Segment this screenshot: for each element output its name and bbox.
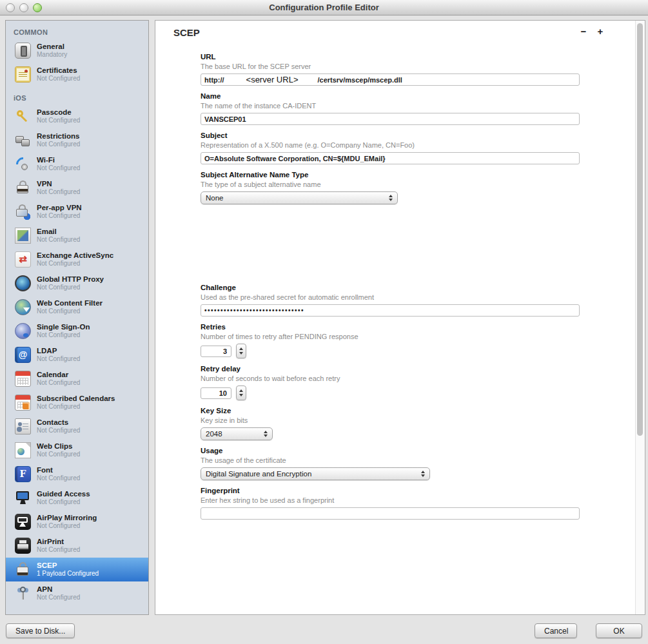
sidebar-item-email[interactable]: Email Not Configured bbox=[6, 224, 148, 248]
sidebar-item-web-clips[interactable]: Web Clips Not Configured bbox=[6, 438, 148, 462]
contact-card-icon bbox=[15, 418, 31, 434]
lock-globe-icon bbox=[15, 204, 31, 220]
key-size-field-group: Key Size Key size in bits 2048 bbox=[201, 407, 587, 440]
challenge-description: Used as the pre-shared secret for automa… bbox=[201, 293, 587, 302]
retries-description: Number of times to retry after PENDING r… bbox=[201, 333, 587, 341]
key-size-label: Key Size bbox=[201, 407, 587, 415]
fingerprint-input[interactable] bbox=[201, 507, 580, 520]
name-input[interactable] bbox=[201, 113, 580, 125]
sidebar-item-per-app-vpn[interactable]: Per-app VPN Not Configured bbox=[6, 200, 148, 224]
antenna-icon bbox=[15, 585, 31, 601]
sidebar-item-status: Not Configured bbox=[37, 164, 80, 172]
save-to-disk-button[interactable]: Save to Disk... bbox=[6, 623, 75, 638]
certificate-icon bbox=[15, 66, 31, 83]
sidebar-item-subscribed-calendars[interactable]: Subscribed Calendars Not Configured bbox=[6, 391, 148, 415]
sidebar-item-label: Single Sign-On bbox=[37, 323, 90, 332]
sidebar-item-status: Not Configured bbox=[37, 522, 97, 530]
scrollbar-thumb[interactable] bbox=[637, 23, 643, 436]
sidebar-item-label: Per-app VPN bbox=[37, 204, 82, 213]
retries-input[interactable] bbox=[201, 346, 231, 357]
sidebar-item-label: Passcode bbox=[37, 108, 80, 117]
sidebar-item-web-content-filter[interactable]: Web Content Filter Not Configured bbox=[6, 295, 148, 319]
subject-description: Representation of a X.500 name (e.g. O=C… bbox=[201, 141, 587, 150]
sidebar-item-single-sign-on[interactable]: Single Sign-On Not Configured bbox=[6, 319, 148, 343]
sidebar-item-contacts[interactable]: Contacts Not Configured bbox=[6, 415, 148, 438]
sidebar-item-restrictions[interactable]: Restrictions Not Configured bbox=[6, 128, 148, 152]
calendar-rss-icon bbox=[15, 395, 31, 411]
sidebar-item-global-http-proxy[interactable]: Global HTTP Proxy Not Configured bbox=[6, 271, 148, 295]
close-button[interactable] bbox=[6, 3, 15, 12]
sidebar-item-label: Font bbox=[37, 466, 80, 475]
sidebar-item-certificates[interactable]: Certificates Not Configured bbox=[6, 63, 148, 86]
san-type-description: The type of a subject alternative name bbox=[201, 181, 587, 189]
sidebar-item-font[interactable]: F Font Not Configured bbox=[6, 462, 148, 486]
challenge-input[interactable] bbox=[201, 304, 580, 317]
sidebar-item-status: Not Configured bbox=[37, 141, 80, 148]
sidebar-item-status: Not Configured bbox=[37, 379, 80, 387]
sidebar-item-label: General bbox=[37, 43, 67, 52]
sidebar-item-label: Exchange ActiveSync bbox=[37, 251, 113, 260]
sidebar-item-status: Not Configured bbox=[37, 284, 104, 291]
fingerprint-label: Fingerprint bbox=[201, 487, 587, 495]
cancel-button[interactable]: Cancel bbox=[535, 623, 577, 638]
sidebar-item-status: Not Configured bbox=[37, 546, 80, 554]
san-type-value: None bbox=[206, 194, 224, 202]
url-description: The base URL for the SCEP server bbox=[201, 63, 587, 71]
sidebar-item-airplay-mirroring[interactable]: AirPlay Mirroring Not Configured bbox=[6, 510, 148, 534]
sidebar-item-general[interactable]: General Mandatory bbox=[6, 39, 148, 63]
sidebar-item-passcode[interactable]: Passcode Not Configured bbox=[6, 104, 148, 128]
sidebar-item-ldap[interactable]: @ LDAP Not Configured bbox=[6, 343, 148, 367]
window-controls bbox=[6, 3, 42, 12]
url-prefix: http:// bbox=[204, 76, 224, 84]
san-type-select[interactable]: None bbox=[201, 191, 398, 204]
select-arrows-icon bbox=[389, 195, 393, 201]
remove-payload-button[interactable]: − bbox=[578, 26, 589, 37]
zoom-button[interactable] bbox=[33, 3, 42, 12]
scrollbar-track bbox=[635, 21, 645, 614]
subject-field-group: Subject Representation of a X.500 name (… bbox=[201, 132, 587, 164]
scep-form: URL The base URL for the SCEP server htt… bbox=[201, 53, 587, 526]
sidebar-item-label: AirPrint bbox=[37, 538, 80, 547]
key-icon bbox=[15, 108, 31, 124]
subject-input[interactable] bbox=[201, 152, 580, 164]
sidebar-item-exchange-activesync[interactable]: ⇄ Exchange ActiveSync Not Configured bbox=[6, 248, 148, 271]
scep-payload-panel: SCEP − + URL The base URL for the SCEP s… bbox=[155, 20, 645, 615]
sidebar-item-status: Not Configured bbox=[37, 117, 80, 124]
title-bar: Configuration Profile Editor bbox=[0, 0, 648, 15]
retries-label: Retries bbox=[201, 323, 587, 331]
payload-sidebar: COMMON General Mandatory Certificates No… bbox=[5, 20, 149, 615]
sidebar-item-vpn[interactable]: VPN Not Configured bbox=[6, 176, 148, 200]
sidebar-item-label: Web Content Filter bbox=[37, 299, 103, 308]
sidebar-item-apn[interactable]: APN Not Configured bbox=[6, 581, 148, 605]
sidebar-item-status: Mandatory bbox=[37, 51, 67, 59]
url-input[interactable]: http:// <server URL> /certsrv/mscep/msce… bbox=[201, 73, 580, 86]
add-payload-button[interactable]: + bbox=[594, 26, 606, 37]
sidebar-item-label: SCEP bbox=[37, 561, 99, 571]
lock-icon bbox=[15, 180, 31, 196]
sidebar-item-status: Not Configured bbox=[37, 403, 115, 411]
usage-select[interactable]: Digital Signature and Encryption bbox=[201, 467, 430, 480]
url-server-placeholder: <server URL> bbox=[246, 75, 299, 84]
select-arrows-icon bbox=[421, 471, 425, 477]
sidebar-item-status: Not Configured bbox=[37, 260, 113, 268]
minimize-button[interactable] bbox=[19, 3, 28, 12]
sidebar-item-status: Not Configured bbox=[37, 331, 90, 339]
stamp-icon bbox=[15, 228, 31, 244]
section-header-common: COMMON bbox=[14, 28, 148, 36]
sidebar-item-guided-access[interactable]: Guided Access Not Configured bbox=[6, 486, 148, 510]
challenge-field-group: Challenge Used as the pre-shared secret … bbox=[201, 284, 587, 317]
retry-delay-label: Retry delay bbox=[201, 365, 587, 373]
retry-delay-input[interactable] bbox=[201, 387, 231, 399]
retry-delay-stepper[interactable] bbox=[236, 385, 246, 400]
key-size-select[interactable]: 2048 bbox=[201, 427, 273, 440]
usage-description: The usage of the certificate bbox=[201, 456, 587, 465]
sidebar-item-label: Wi-Fi bbox=[37, 156, 80, 165]
sidebar-item-airprint[interactable]: AirPrint Not Configured bbox=[6, 534, 148, 558]
retries-stepper[interactable] bbox=[236, 344, 246, 358]
san-type-field-group: Subject Alternative Name Type The type o… bbox=[201, 171, 587, 204]
sidebar-item-scep[interactable]: SCEP 1 Payload Configured bbox=[6, 558, 148, 581]
sidebar-item-wifi[interactable]: Wi-Fi Not Configured bbox=[6, 152, 148, 176]
sidebar-item-calendar[interactable]: Calendar Not Configured bbox=[6, 367, 148, 391]
ok-button[interactable]: OK bbox=[596, 623, 642, 638]
sidebar-item-label: Contacts bbox=[37, 418, 80, 427]
